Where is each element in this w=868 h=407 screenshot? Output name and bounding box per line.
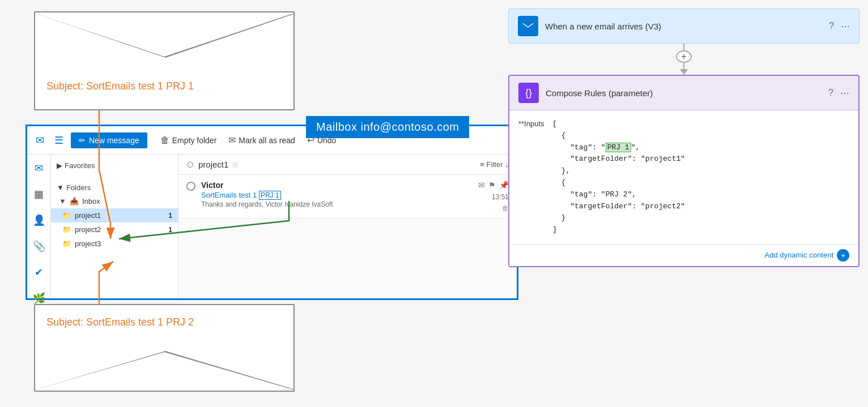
folder-icon-p1: 📁 [62, 211, 71, 220]
folders-header[interactable]: ▼ Folders [51, 181, 178, 194]
email-action-flag-icon[interactable]: ⚑ [488, 181, 496, 190]
add-dynamic-content-button[interactable]: + [837, 249, 849, 262]
pa-compose-block: {} Compose Rules (parameter) ? ⋯ **Input… [508, 75, 860, 267]
favorites-header[interactable]: ▶ Favorites [51, 159, 178, 172]
email-list: ⊙ project1 ☆ ≡ Filter ↓ Victor SortEmail… [178, 155, 517, 298]
email-list-header: ⊙ project1 ☆ ≡ Filter ↓ [178, 155, 517, 175]
chevron-right-icon: ▶ [57, 161, 62, 170]
pa-compose-body: **Inputs [ { "tag": "PRJ 1", "targetFold… [509, 110, 858, 244]
mailbox-body: ✉ ▦ 👤 📎 ✔ 🌿 ▶ Favorites ▼ Folders ▼ [27, 155, 517, 298]
star-icon[interactable]: ☆ [232, 160, 239, 169]
connector-line-bottom [683, 63, 684, 70]
folder-panel: ▶ Favorites ▼ Folders ▼ 📥 Inbox 📁 projec… [51, 155, 178, 298]
nav-calendar-icon[interactable]: ▦ [31, 185, 46, 203]
folders-section: ▼ Folders ▼ 📥 Inbox 📁 project1 1 📁 proje… [51, 177, 178, 255]
envelope-icon: ✉ [228, 135, 236, 145]
email-action-pin-icon[interactable]: 📌 [499, 181, 509, 190]
plus-icon: + [681, 52, 686, 62]
email-item[interactable]: Victor SortEmails test 1 PRJ 1 Thanks an… [178, 175, 517, 219]
email-subject: SortEmails test 1 PRJ 1 [201, 191, 473, 199]
email-meta: ✉ ⚑ 📌 13:51 🗑 [478, 181, 509, 212]
inbox-folder-icon: 📥 [70, 197, 79, 205]
connector-line-top [683, 44, 684, 50]
nav-attach-icon[interactable]: 📎 [30, 237, 48, 255]
hamburger-icon[interactable]: ☰ [50, 131, 68, 149]
pa-compose-help-icon[interactable]: ? [828, 88, 833, 98]
envelope-bottom-subject: Subject: SortEmails test 1 PRJ 2 [46, 316, 194, 328]
pa-trigger-more-icon[interactable]: ⋯ [841, 21, 850, 32]
pa-trigger-title: When a new email arrives (V3) [545, 22, 822, 31]
pa-panel: When a new email arrives (V3) ? ⋯ + {} C… [508, 8, 860, 267]
mailbox-label: Mailbox info@contoso.com [306, 116, 469, 138]
pa-compose-header: {} Compose Rules (parameter) ? ⋯ [509, 76, 858, 110]
nav-tasks-icon[interactable]: ✔ [32, 263, 46, 281]
envelope-flap-bottom [35, 351, 293, 391]
email-content: Victor SortEmails test 1 PRJ 1 Thanks an… [201, 181, 473, 208]
email-actions: ✉ ⚑ 📌 [478, 181, 509, 190]
svg-rect-0 [523, 22, 533, 31]
email-tag: PRJ 1 [259, 191, 281, 200]
email-sender: Victor [201, 181, 473, 190]
project2-folder-item[interactable]: 📁 project2 1 [51, 222, 178, 237]
mailbox-container: ✉ ☰ ✏ New message 🗑 Empty folder ✉ Mark … [25, 125, 518, 300]
mail-nav-icon[interactable]: ✉ [33, 131, 47, 149]
envelope-flap-top [35, 12, 293, 58]
empty-folder-button[interactable]: 🗑 Empty folder [156, 132, 222, 148]
pa-connector: + [508, 44, 860, 75]
filter-icon: ≡ [480, 160, 484, 169]
pa-trigger-help-icon[interactable]: ? [829, 21, 834, 31]
chevron-down-small-icon: ▼ [59, 197, 66, 205]
outlook-icon [518, 16, 538, 36]
pa-inputs-label: **Inputs [518, 118, 547, 236]
filter-button[interactable]: ≡ Filter ↓ [480, 160, 509, 169]
pa-inputs-row: **Inputs [ { "tag": "PRJ 1", "targetFold… [518, 118, 849, 236]
code-highlight-prj1: PRJ 1 [606, 143, 631, 152]
email-action-envelope-icon[interactable]: ✉ [478, 181, 485, 190]
add-step-button[interactable]: + [676, 50, 692, 63]
pa-compose-footer: Add dynamic content + [509, 244, 858, 266]
nav-people-icon[interactable]: 👤 [30, 211, 48, 229]
trash-icon: 🗑 [160, 135, 169, 145]
sidebar-nav: ✉ ▦ 👤 📎 ✔ 🌿 [27, 155, 51, 298]
folder-icon-p2: 📁 [62, 225, 71, 234]
folder-icon-p3: 📁 [62, 239, 71, 248]
project1-folder-item[interactable]: 📁 project1 1 [51, 208, 178, 222]
envelope-bottom: Subject: SortEmails test 1 PRJ 2 [34, 304, 295, 392]
new-message-button[interactable]: ✏ New message [71, 132, 147, 148]
pa-compose-more-icon[interactable]: ⋯ [840, 88, 849, 98]
email-select-radio[interactable] [186, 182, 195, 191]
pa-code-block: [ { "tag": "PRJ 1", "targetFolder": "pro… [552, 118, 849, 236]
favorites-section: ▶ Favorites [51, 155, 178, 177]
mark-all-read-button[interactable]: ✉ Mark all as read [224, 132, 300, 148]
pa-compose-actions: ? ⋯ [828, 88, 849, 98]
check-circle-icon: ⊙ [186, 159, 194, 170]
compose-icon: {} [518, 83, 539, 103]
project3-folder-item[interactable]: 📁 project3 [51, 237, 178, 251]
pa-trigger-block: When a new email arrives (V3) ? ⋯ [508, 8, 860, 44]
envelope-top: Subject: SortEmails test 1 PRJ 1 [34, 11, 295, 110]
connector-arrow [680, 69, 688, 75]
inbox-item[interactable]: ▼ 📥 Inbox [51, 194, 178, 208]
email-preview: Thanks and regards, Victor Ivanidze IvaS… [201, 200, 473, 208]
edit-icon: ✏ [79, 136, 86, 145]
nav-mail-icon[interactable]: ✉ [32, 159, 46, 177]
pa-compose-title: Compose Rules (parameter) [546, 88, 822, 98]
email-time: 13:51 [492, 193, 509, 201]
chevron-down-icon: ▼ [57, 183, 64, 192]
envelope-top-subject: Subject: SortEmails test 1 PRJ 1 [46, 80, 194, 92]
pa-trigger-actions: ? ⋯ [829, 21, 850, 32]
